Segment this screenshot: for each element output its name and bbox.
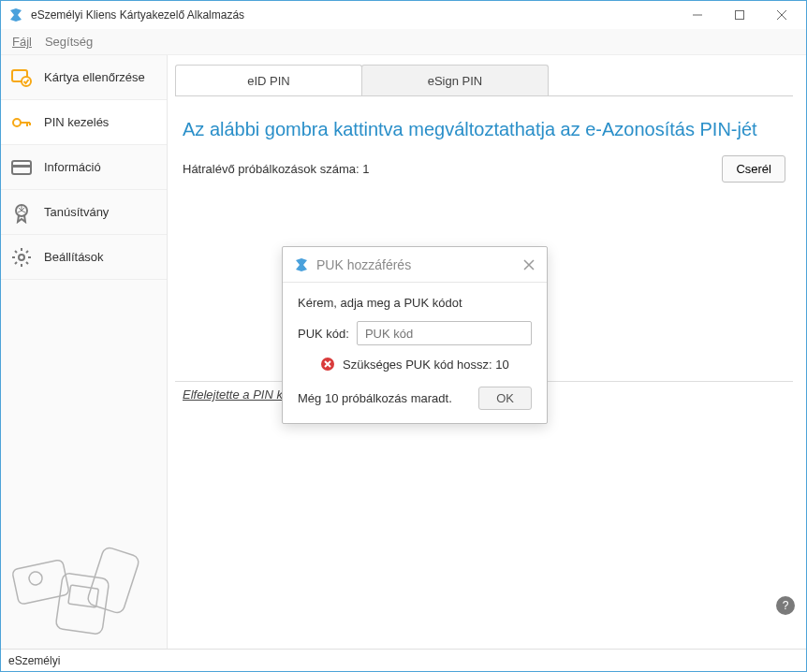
puk-field-label: PUK kód: bbox=[298, 327, 349, 341]
svg-rect-10 bbox=[55, 573, 110, 635]
tabs: eID PIN eSign PIN bbox=[175, 65, 793, 96]
error-icon bbox=[320, 357, 335, 372]
dialog-body: Kérem, adja meg a PUK kódot PUK kód: Szü… bbox=[283, 283, 547, 379]
sidebar-item-label: Információ bbox=[44, 160, 101, 174]
sidebar-item-info[interactable]: Információ bbox=[1, 145, 167, 190]
menu-file[interactable]: Fájl bbox=[12, 35, 32, 49]
sidebar-item-certificate[interactable]: Tanúsítvány bbox=[1, 190, 167, 235]
card-check-icon bbox=[10, 66, 33, 89]
dialog-title: PUK hozzáférés bbox=[316, 257, 515, 272]
attempts-row: Hátralévő próbálkozások száma: 1 Cserél bbox=[175, 155, 793, 183]
sidebar-item-label: Kártya ellenőrzése bbox=[44, 70, 145, 84]
error-message: Szükséges PUK kód hossz: 10 bbox=[343, 358, 509, 372]
svg-point-3 bbox=[13, 119, 21, 126]
window-controls bbox=[676, 1, 802, 29]
titlebar: eSzemélyi Kliens Kártyakezelő Alkalmazás bbox=[1, 1, 806, 29]
svg-rect-11 bbox=[68, 585, 98, 607]
puk-field-row: PUK kód: bbox=[298, 321, 532, 345]
certificate-icon bbox=[10, 201, 33, 224]
sidebar-item-label: Beállítások bbox=[44, 250, 104, 264]
sidebar-item-label: Tanúsítvány bbox=[44, 205, 109, 219]
puk-input[interactable] bbox=[357, 321, 532, 345]
sidebar-item-settings[interactable]: Beállítások bbox=[1, 235, 167, 280]
attempts-label: Hátralévő próbálkozások száma: 1 bbox=[183, 162, 369, 176]
svg-rect-0 bbox=[735, 11, 743, 20]
tab-esign-pin[interactable]: eSign PIN bbox=[361, 65, 549, 96]
tab-label: eID PIN bbox=[247, 74, 290, 88]
minimize-button[interactable] bbox=[676, 1, 718, 29]
card-icon bbox=[10, 156, 33, 179]
menu-help[interactable]: Segítség bbox=[45, 35, 93, 49]
ok-button[interactable]: OK bbox=[478, 387, 532, 410]
section-headline: Az alábbi gombra kattintva megváltoztath… bbox=[183, 117, 793, 142]
menubar: Fájl Segítség bbox=[1, 29, 806, 55]
dialog-attempts-left: Még 10 próbálkozás maradt. bbox=[298, 391, 469, 405]
sidebar-item-pin-management[interactable]: PIN kezelés bbox=[1, 100, 167, 145]
help-button[interactable]: ? bbox=[776, 596, 795, 615]
svg-rect-12 bbox=[86, 546, 140, 614]
change-button[interactable]: Cserél bbox=[722, 155, 785, 183]
status-text: eSzemélyi bbox=[8, 654, 60, 667]
sidebar-item-label: PIN kezelés bbox=[44, 115, 109, 129]
dialog-footer: Még 10 próbálkozás maradt. OK bbox=[283, 379, 547, 423]
svg-rect-5 bbox=[12, 165, 31, 168]
gear-icon bbox=[10, 246, 33, 269]
puk-dialog: PUK hozzáférés Kérem, adja meg a PUK kód… bbox=[282, 246, 548, 424]
close-button[interactable] bbox=[760, 1, 802, 29]
dialog-titlebar: PUK hozzáférés bbox=[283, 247, 547, 283]
dialog-close-button[interactable] bbox=[522, 258, 536, 271]
window-title: eSzemélyi Kliens Kártyakezelő Alkalmazás bbox=[31, 8, 668, 22]
body: Kártya ellenőrzése PIN kezelés Informáci… bbox=[1, 55, 806, 649]
sidebar: Kártya ellenőrzése PIN kezelés Informáci… bbox=[1, 55, 168, 649]
tab-eid-pin[interactable]: eID PIN bbox=[175, 65, 362, 96]
tab-underline bbox=[175, 95, 793, 96]
svg-point-7 bbox=[19, 255, 24, 260]
key-icon bbox=[10, 111, 33, 134]
tab-label: eSign PIN bbox=[428, 74, 483, 88]
svg-point-9 bbox=[28, 571, 44, 587]
app-logo-icon bbox=[8, 7, 23, 22]
statusbar: eSzemélyi bbox=[1, 649, 806, 671]
sidebar-illustration bbox=[1, 527, 167, 649]
maximize-button[interactable] bbox=[718, 1, 760, 29]
dialog-prompt: Kérem, adja meg a PUK kódot bbox=[298, 296, 532, 310]
sidebar-item-card-check[interactable]: Kártya ellenőrzése bbox=[1, 55, 167, 100]
dialog-logo-icon bbox=[294, 257, 309, 272]
error-row: Szükséges PUK kód hossz: 10 bbox=[298, 357, 532, 372]
